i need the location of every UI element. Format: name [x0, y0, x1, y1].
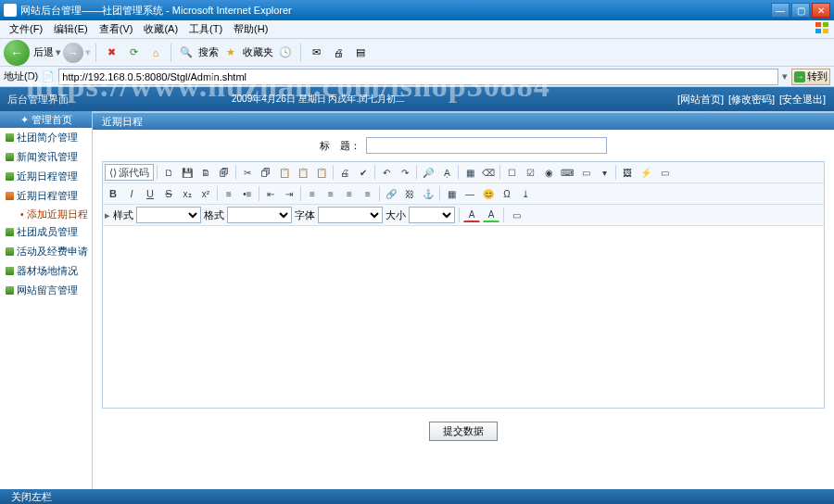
- rte-select-all-icon[interactable]: ▦: [461, 164, 478, 181]
- sidebar-item-activity[interactable]: 活动及经费申请: [0, 242, 92, 261]
- rte-ul-icon[interactable]: •≡: [239, 185, 256, 202]
- go-button[interactable]: → 转到: [791, 69, 830, 85]
- favorites-icon[interactable]: ★: [221, 43, 241, 63]
- collapse-sidebar-bar[interactable]: 关闭左栏: [0, 489, 834, 504]
- rte-indent-icon[interactable]: ⇥: [281, 185, 297, 202]
- rte-text-color-icon[interactable]: A: [463, 208, 480, 222]
- rte-spell-icon[interactable]: ✔: [355, 164, 372, 181]
- rte-replace-icon[interactable]: Ạ: [438, 164, 455, 181]
- rte-outdent-icon[interactable]: ⇤: [262, 185, 279, 202]
- rte-hr-icon[interactable]: —: [461, 185, 478, 202]
- rte-format-label: 格式: [204, 208, 224, 222]
- sidebar-item-schedule1[interactable]: 近期日程管理: [0, 167, 92, 186]
- sidebar-header[interactable]: ✦ 管理首页: [0, 111, 92, 128]
- rte-underline-icon[interactable]: U: [142, 185, 158, 202]
- rte-redo-icon[interactable]: ↷: [397, 164, 413, 181]
- menu-tools[interactable]: 工具(T): [183, 20, 228, 38]
- home-button[interactable]: ⌂: [145, 43, 166, 63]
- link-change-password[interactable]: [修改密码]: [728, 94, 775, 105]
- rte-align-center-icon[interactable]: ≡: [322, 185, 339, 202]
- stop-button[interactable]: ✖: [101, 43, 121, 63]
- rte-align-justify-icon[interactable]: ≡: [360, 185, 376, 202]
- favorites-label[interactable]: 收藏夹: [243, 45, 273, 59]
- rte-button-icon[interactable]: ▭: [656, 164, 673, 181]
- submit-button[interactable]: 提交数据: [429, 422, 498, 441]
- refresh-button[interactable]: ⟳: [123, 43, 144, 63]
- sidebar-item-guestbook[interactable]: 网站留言管理: [0, 281, 92, 300]
- rte-smiley-icon[interactable]: 😊: [480, 185, 497, 202]
- sidebar-item-add-schedule[interactable]: 添加近期日程: [0, 206, 92, 222]
- rte-checkbox-icon[interactable]: ☑: [522, 164, 538, 181]
- sidebar-item-intro[interactable]: 社团简介管理: [0, 128, 92, 147]
- rte-radio-icon[interactable]: ◉: [540, 164, 557, 181]
- rte-find-icon[interactable]: 🔎: [420, 164, 436, 181]
- mail-button[interactable]: ✉: [306, 43, 326, 63]
- rte-ol-icon[interactable]: ≡: [221, 185, 237, 202]
- address-input[interactable]: [58, 69, 778, 85]
- menu-help[interactable]: 帮助(H): [228, 20, 273, 38]
- menu-file[interactable]: 文件(F): [4, 20, 48, 38]
- rte-paste-icon[interactable]: 📋: [276, 164, 293, 181]
- forward-button[interactable]: →: [63, 43, 83, 63]
- menu-edit[interactable]: 编辑(E): [48, 20, 94, 38]
- rte-page-break-icon[interactable]: ⤓: [517, 185, 534, 202]
- rte-bold-icon[interactable]: B: [105, 185, 121, 202]
- rte-source-button[interactable]: ⟨⟩源代码: [105, 164, 154, 181]
- rte-flash-icon[interactable]: ⚡: [638, 164, 654, 181]
- rte-sup-icon[interactable]: x²: [197, 185, 214, 202]
- rte-size-select[interactable]: [409, 207, 455, 223]
- edit-button[interactable]: ▤: [350, 43, 371, 63]
- close-button[interactable]: ✕: [812, 3, 830, 18]
- rte-italic-icon[interactable]: I: [123, 185, 140, 202]
- back-button[interactable]: ←: [4, 40, 30, 66]
- rte-align-left-icon[interactable]: ≡: [304, 185, 321, 202]
- rte-style-select[interactable]: [136, 207, 201, 223]
- link-home[interactable]: [网站首页]: [677, 94, 724, 105]
- rte-strike-icon[interactable]: S: [160, 185, 177, 202]
- rte-textarea-icon[interactable]: ▭: [577, 164, 594, 181]
- menu-favorites[interactable]: 收藏(A): [138, 20, 183, 38]
- rte-sub-icon[interactable]: x₂: [179, 185, 196, 202]
- title-input[interactable]: [366, 137, 607, 154]
- rte-remove-format-icon[interactable]: ⌫: [480, 164, 497, 181]
- rte-unlink-icon[interactable]: ⛓: [401, 185, 418, 202]
- sidebar-item-news[interactable]: 新闻资讯管理: [0, 147, 92, 167]
- menu-view[interactable]: 查看(V): [94, 20, 139, 38]
- sidebar-item-equipment[interactable]: 器材场地情况: [0, 261, 92, 281]
- rte-text-field-icon[interactable]: ⌨: [559, 164, 575, 181]
- rte-form-icon[interactable]: ☐: [503, 164, 520, 181]
- rte-select-icon[interactable]: ▾: [596, 164, 613, 181]
- sidebar-item-members[interactable]: 社团成员管理: [0, 222, 92, 242]
- rte-paste-word-icon[interactable]: 📋: [313, 164, 330, 181]
- rte-image-icon[interactable]: 🖼: [619, 164, 636, 181]
- rte-cut-icon[interactable]: ✂: [239, 164, 256, 181]
- maximize-button[interactable]: ▢: [791, 3, 810, 18]
- rte-save-icon[interactable]: 💾: [179, 164, 196, 181]
- rte-template-icon[interactable]: 🗐: [216, 164, 233, 181]
- link-logout[interactable]: [安全退出]: [779, 94, 826, 105]
- rte-print-icon[interactable]: 🖨: [336, 164, 353, 181]
- history-button[interactable]: 🕓: [275, 43, 296, 63]
- sidebar-item-schedule2[interactable]: 近期日程管理: [0, 186, 92, 206]
- rte-body[interactable]: [103, 226, 824, 408]
- rte-copy-icon[interactable]: 🗍: [258, 164, 274, 181]
- rte-font-select[interactable]: [318, 207, 383, 223]
- rte-new-icon[interactable]: 🗋: [160, 164, 177, 181]
- rte-about-icon[interactable]: ▭: [508, 207, 524, 223]
- minimize-button[interactable]: —: [771, 3, 790, 18]
- rte-undo-icon[interactable]: ↶: [378, 164, 395, 181]
- windows-logo-icon: [815, 22, 830, 35]
- print-button[interactable]: 🖨: [328, 43, 348, 63]
- search-icon[interactable]: 🔍: [176, 43, 196, 63]
- rte-paste-text-icon[interactable]: 📋: [295, 164, 311, 181]
- rte-table-icon[interactable]: ▦: [443, 185, 460, 202]
- rte-link-icon[interactable]: 🔗: [383, 185, 399, 202]
- rte-page-icon[interactable]: 🗎: [197, 164, 214, 181]
- rte-bg-color-icon[interactable]: A: [483, 208, 499, 222]
- title-row: 标 题：: [93, 130, 834, 161]
- rte-anchor-icon[interactable]: ⚓: [420, 185, 436, 202]
- rte-align-right-icon[interactable]: ≡: [341, 185, 358, 202]
- search-label[interactable]: 搜索: [198, 45, 219, 59]
- rte-format-select[interactable]: [227, 207, 292, 223]
- rte-special-char-icon[interactable]: Ω: [499, 185, 515, 202]
